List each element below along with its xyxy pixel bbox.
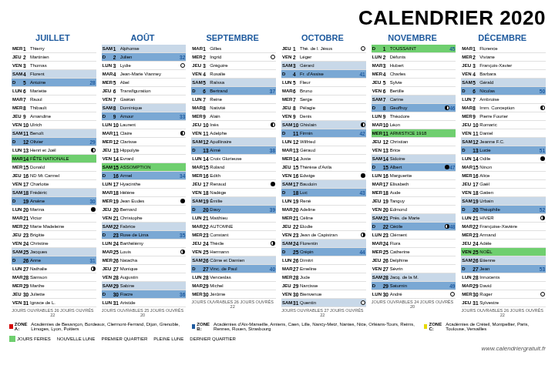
day-row: LUN26Dimitri — [281, 256, 366, 265]
day-row: MAR29David — [461, 282, 546, 290]
day-row: VEN25NOËL — [461, 248, 546, 256]
moon-icon — [361, 122, 365, 127]
day-row: D13Aimé38 — [191, 146, 276, 155]
day-row: MAR13Géraud — [281, 146, 366, 155]
day-row: D6Nicolas50 — [461, 87, 546, 95]
day-row: MER22Marie Madeleine — [12, 223, 96, 231]
day-row: VEN28Augustin — [102, 273, 187, 282]
day-row: MER7Serge — [281, 95, 366, 104]
day-row: LUN23Clément — [372, 231, 456, 240]
day-row: MAR25Louis — [102, 248, 187, 256]
day-row: MER14Juste — [281, 155, 366, 163]
moon-icon — [271, 122, 275, 127]
day-row: VEN20Edmond — [372, 206, 456, 214]
day-row: SAM14Sidoine — [372, 155, 456, 163]
day-row: D5Antoine28 — [12, 79, 96, 87]
calendar-grid: JUILLETMER1ThierryJEU2MartinienVEN3Thoma… — [9, 33, 546, 317]
day-row: MAR10Léon — [372, 121, 456, 129]
day-row: VEN25Hermann — [191, 248, 276, 256]
day-row: SAM26Etienne — [461, 256, 546, 265]
day-row: MER26Natacha — [102, 256, 187, 265]
day-row: D29Saturnin49 — [372, 282, 456, 290]
month-column: SEPTEMBREMAR1GillesMER2IngridJEU3Grégoir… — [189, 33, 276, 317]
day-row: MAR22AUTOMNE — [191, 223, 276, 231]
day-row: MER29Marthe — [12, 282, 96, 290]
month-name: NOVEMBRE — [369, 33, 456, 42]
day-row: SAM1Alphonse — [102, 45, 187, 53]
day-row: SAM12Apollinaire — [191, 138, 276, 146]
day-row: MER16Edith — [191, 172, 276, 180]
day-row: JEU19Tanguy — [372, 197, 456, 206]
day-row: JEU30Juliette — [12, 290, 96, 299]
moon-icon — [271, 241, 275, 246]
day-row: D22Cécile48 — [372, 223, 456, 231]
day-row: LUN3Lydie — [102, 62, 187, 70]
moon-icon — [91, 266, 96, 271]
day-row: LUN21HIVER — [461, 214, 546, 223]
day-row: MER9Alain — [191, 112, 276, 121]
day-row: D6Bertrand37 — [191, 87, 276, 95]
moon-icon — [450, 292, 455, 297]
moon-icon — [540, 292, 545, 297]
day-row: VEN13Brice — [372, 146, 456, 155]
day-row: MAR6Bruno — [281, 87, 366, 95]
day-row: VEN9Denis — [281, 112, 366, 121]
day-row: SAM24Florentin — [281, 240, 366, 248]
day-row: JEU24Thècle — [191, 240, 276, 248]
day-row: LUN19René — [281, 197, 366, 206]
day-row: MER5Abel — [102, 79, 187, 87]
day-row: LUN9Théodore — [372, 112, 456, 121]
day-row: JEU15Thérèse d'Avila — [281, 163, 366, 172]
month-name: AOÛT — [99, 33, 187, 42]
day-row: VEN21Christophe — [102, 214, 187, 223]
moon-icon — [180, 131, 185, 136]
site-url: www.calendriergratuit.fr — [9, 345, 546, 352]
day-row: JEU26Delphine — [372, 256, 456, 265]
day-row: JEU13Hippolyte — [102, 146, 187, 155]
day-row: D9Amour33 — [102, 112, 187, 121]
day-row: D4Fr. d'Assise41 — [281, 70, 366, 79]
day-row: MAR4Jean-Marie Vianney — [102, 70, 187, 79]
day-row: VEN10Ulrich — [12, 121, 96, 129]
day-row: JEU29Narcisse — [281, 282, 366, 290]
page-title: CALENDRIER 2020 — [9, 6, 546, 30]
day-row: MER23Constant — [191, 231, 276, 240]
moon-icon — [540, 216, 545, 220]
moon-icon — [180, 199, 185, 203]
day-row: VEN17Charlotte — [12, 180, 96, 189]
day-row: VEN23Jean de Capistran — [281, 231, 366, 240]
day-row: MAR18Hélène — [102, 189, 187, 197]
day-row: SAM15ASSOMPTION — [102, 163, 187, 172]
month-footer: JOURS OUVRABLES 24 JOURS OUVRÉS 20 — [369, 300, 456, 309]
month-column: DÉCEMBREMAR1FlorenceMER2VivianeJEU3Franç… — [459, 33, 546, 317]
day-row: JEU3François-Xavier — [461, 62, 546, 70]
day-row: JEU6Transfiguration — [102, 87, 187, 95]
day-row: MAR11Claire — [102, 129, 187, 138]
month-footer: JOURS OUVRABLES 26 JOURS OUVRÉS 22 — [459, 308, 546, 317]
day-row: MAR28Samson — [12, 273, 96, 282]
day-row: LUN10Laurent — [102, 121, 187, 129]
day-row: SAM5Raïssa — [191, 79, 276, 87]
moon-legend: JOURS FERIES NOUVELLE LUNE PREMIER QUART… — [9, 336, 546, 342]
day-row: D30Fiacre36 — [102, 290, 187, 299]
day-row: MAR1Gilles — [191, 45, 276, 53]
day-row: VEN3Thomas — [12, 62, 96, 70]
day-row: MAR7Raoul — [12, 95, 96, 104]
moon-icon — [271, 182, 275, 186]
day-row: VEN4Barbara — [461, 70, 546, 79]
day-row: MER19Jean Eudes — [102, 197, 187, 206]
moon-icon — [91, 207, 96, 212]
day-row: JEU31Sylvestre — [461, 299, 546, 307]
day-row: D13Lucie51 — [461, 146, 546, 155]
day-row: MAR14FÊTE NATIONALE — [12, 155, 96, 163]
day-row: MAR24Flora — [372, 240, 456, 248]
day-row: JEU1Thé. de l. Jésus — [281, 45, 366, 53]
day-row: D18Luc43 — [281, 189, 366, 197]
day-row: MER30Jérôme — [191, 290, 276, 299]
moon-icon — [540, 106, 545, 110]
day-row: LUN14Odile — [461, 155, 546, 163]
day-row: LUN28Innocents — [461, 273, 546, 282]
moon-icon — [540, 156, 545, 161]
day-row: VEN16Edwige — [281, 172, 366, 180]
day-row: LUN7Ambroise — [461, 95, 546, 104]
